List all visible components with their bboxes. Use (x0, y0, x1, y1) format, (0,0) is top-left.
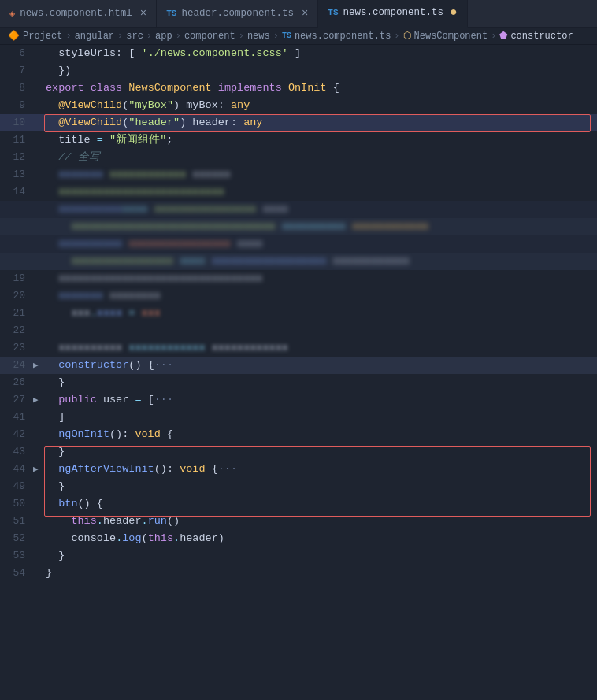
ln-22: 22 (0, 322, 33, 339)
modified-dot: ● (450, 6, 458, 19)
ln-51: 51 (0, 513, 33, 530)
tab-news-html-label: news.component.html (20, 8, 132, 19)
tab-header-ts[interactable]: TS header.component.ts × (157, 0, 318, 28)
code-line-49: 49 } (0, 478, 597, 495)
tab-header-ts-close[interactable]: × (302, 7, 308, 20)
lc-7: }) (44, 62, 597, 80)
ln-53: 53 (0, 547, 33, 565)
lc-24: constructor() {··· (44, 357, 597, 374)
code-line-12: 12 // 全写 (0, 149, 597, 166)
ln-49: 49 (0, 478, 33, 495)
tab-news-html[interactable]: ◈ news.component.html × (0, 0, 157, 28)
arrow-27[interactable]: ▶ (33, 391, 44, 409)
html-icon: ◈ (9, 8, 15, 20)
ln-12: 12 (0, 149, 33, 166)
lc-9: @ViewChild("myBox") myBox: any (44, 97, 597, 114)
code-line-21: 21 xxx.xxxx = xxx (0, 305, 597, 322)
tab-news-ts[interactable]: TS news.component.ts ● (318, 0, 467, 28)
lc-49: } (44, 478, 597, 495)
code-line-8: 8 export class NewsComponent implements … (0, 80, 597, 97)
lc-14: xxxxxxxxxxxxxxxxxxxxxxxxxx (44, 183, 597, 201)
lc-10: @ViewChild("header") header: any (44, 114, 597, 131)
bc-sep-5: › (239, 31, 244, 42)
code-line-44: 44 ▶ ngAfterViewInit(): void {··· (0, 461, 597, 478)
code-line-50: 50 btn() { (0, 495, 597, 513)
lc-54: } (44, 565, 597, 582)
code-line-7: 7 }) (0, 62, 597, 80)
code-line-9: 9 @ViewChild("myBox") myBox: any (0, 97, 597, 114)
editor: 6 styleUrls: [ './news.component.scss' ]… (0, 45, 597, 696)
lc-53: } (44, 547, 597, 565)
bc-src: src (126, 31, 143, 42)
ln-43: 43 (0, 443, 33, 461)
ln-42: 42 (0, 426, 33, 443)
code-line-b1: xxxxxxxxxxxxxx xxxxxxxxxxxxxxxx xxxx (0, 201, 597, 218)
lc-13: xxxxxxx xxxxxxxxxxxx xxxxxx (44, 166, 597, 183)
lc-b3: xxxxxxxxxx xxxxxxxxxxxxxxxx xxxx (44, 235, 597, 253)
bc-fn-icon: ⬟ (499, 30, 507, 42)
tab-news-html-close[interactable]: × (140, 7, 146, 20)
arrow-44[interactable]: ▶ (33, 461, 44, 478)
bc-angular: angular (75, 31, 114, 42)
bc-sep-2: › (117, 31, 123, 42)
ln-8: 8 (0, 80, 33, 97)
tab-header-ts-label: header.component.ts (181, 8, 294, 19)
code-line-53: 53 } (0, 547, 597, 565)
tab-bar: ◈ news.component.html × TS header.compon… (0, 0, 597, 28)
ln-50: 50 (0, 495, 33, 513)
bc-sep-4: › (176, 31, 181, 42)
code-line-23: 23 xxxxxxxxxx xxxxxxxxxxxx xxxxxxxxxxxx (0, 339, 597, 357)
lc-41: ] (44, 409, 597, 426)
lc-12: // 全写 (44, 149, 597, 166)
code-line-14: 14 xxxxxxxxxxxxxxxxxxxxxxxxxx (0, 183, 597, 201)
breadcrumb: 🔶 Project › angular › src › app › compon… (0, 28, 597, 45)
code-line-41: 41 ] (0, 409, 597, 426)
code-line-b3: xxxxxxxxxx xxxxxxxxxxxxxxxx xxxx (0, 235, 597, 253)
bc-component: component (184, 31, 235, 42)
ln-14: 14 (0, 183, 33, 201)
lc-42: ngOnInit(): void { (44, 426, 597, 443)
code-line-6: 6 styleUrls: [ './news.component.scss' ] (0, 45, 597, 62)
lc-b2: xxxxxxxxxxxxxxxxxxxxxxxxxxxxxxxx xxxxxxx… (44, 218, 597, 235)
arrow-24[interactable]: ▶ (33, 357, 44, 374)
lc-b4: xxxxxxxxxxxxxxxx xxxx xxxxxxxxxxxxxxxxxx… (44, 253, 597, 270)
ln-44: 44 (0, 461, 33, 478)
lc-44: ngAfterViewInit(): void {··· (44, 461, 597, 478)
ts-icon-1: TS (166, 9, 176, 18)
ln-54: 54 (0, 565, 33, 582)
bc-app: app (155, 31, 172, 42)
lc-11: title = "新闻组件"; (44, 131, 597, 149)
lc-6: styleUrls: [ './news.component.scss' ] (44, 45, 597, 62)
bc-sep-3: › (146, 31, 152, 42)
lc-52: console.log(this.header) (44, 530, 597, 547)
code-line-26: 26 } (0, 374, 597, 391)
code-line-11: 11 title = "新闻组件"; (0, 131, 597, 149)
code-container: 6 styleUrls: [ './news.component.scss' ]… (0, 45, 597, 582)
lc-27: public user = [··· (44, 391, 597, 409)
ln-9: 9 (0, 97, 33, 114)
bc-class: NewsComponent (414, 31, 488, 42)
ln-52: 52 (0, 530, 33, 547)
bc-project: Project (23, 31, 62, 42)
code-line-b4: xxxxxxxxxxxxxxxx xxxx xxxxxxxxxxxxxxxxxx… (0, 253, 597, 270)
ln-20: 20 (0, 287, 33, 305)
lc-51: this.header.run() (44, 513, 597, 530)
code-line-43: 43 } (0, 443, 597, 461)
code-line-51: 51 this.header.run() (0, 513, 597, 530)
lc-21: xxx.xxxx = xxx (44, 305, 597, 322)
ln-23: 23 (0, 339, 33, 357)
code-line-24: 24 ▶ constructor() {··· (0, 357, 597, 374)
project-icon: 🔶 (8, 30, 20, 42)
lc-8: export class NewsComponent implements On… (44, 80, 597, 97)
ln-6: 6 (0, 45, 33, 62)
code-line-54: 54 } (0, 565, 597, 582)
ln-26: 26 (0, 374, 33, 391)
ln-27: 27 (0, 391, 33, 409)
code-line-20: 20 xxxxxxx xxxxxxxx (0, 287, 597, 305)
bc-constructor: constructor (510, 31, 573, 42)
code-line-10: 10 @ViewChild("header") header: any (0, 114, 597, 131)
lc-23: xxxxxxxxxx xxxxxxxxxxxx xxxxxxxxxxxx (44, 339, 597, 357)
code-line-42: 42 ngOnInit(): void { (0, 426, 597, 443)
bc-sep-6: › (273, 31, 279, 42)
lc-26: } (44, 374, 597, 391)
